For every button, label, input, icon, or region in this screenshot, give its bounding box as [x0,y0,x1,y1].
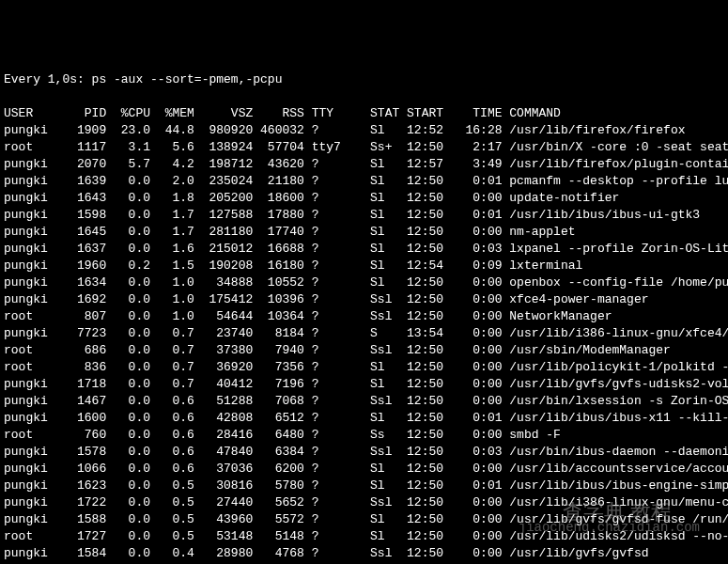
process-list: pungki 1909 23.0 44.8 980920 460032 ? Sl… [4,123,728,564]
watch-header: Every 1,0s: ps -aux --sort=-pmem,-pcpu [4,72,282,86]
terminal-output[interactable]: Every 1,0s: ps -aux --sort=-pmem,-pcpu U… [4,71,724,564]
column-headers: USER PID %CPU %MEM VSZ RSS TTY STAT STAR… [4,106,561,120]
